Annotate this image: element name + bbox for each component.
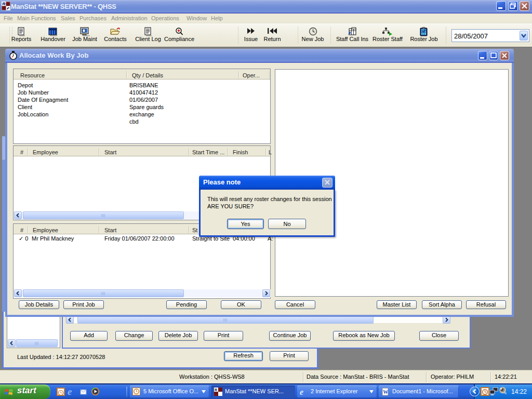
- svg-text:R: R: [215, 388, 217, 392]
- svg-text:W: W: [383, 389, 388, 395]
